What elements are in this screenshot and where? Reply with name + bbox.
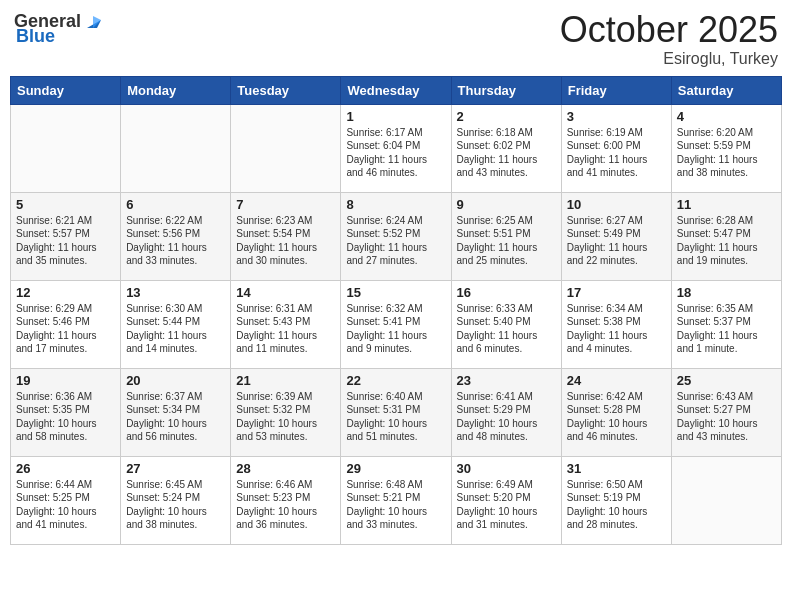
day-number: 8	[346, 197, 445, 212]
day-number: 31	[567, 461, 666, 476]
day-info: Sunrise: 6:43 AM Sunset: 5:27 PM Dayligh…	[677, 390, 776, 444]
day-number: 7	[236, 197, 335, 212]
calendar-day-cell: 8Sunrise: 6:24 AM Sunset: 5:52 PM Daylig…	[341, 192, 451, 280]
day-info: Sunrise: 6:35 AM Sunset: 5:37 PM Dayligh…	[677, 302, 776, 356]
calendar-day-cell: 2Sunrise: 6:18 AM Sunset: 6:02 PM Daylig…	[451, 104, 561, 192]
location-title: Esiroglu, Turkey	[560, 50, 778, 68]
day-number: 16	[457, 285, 556, 300]
calendar-day-cell: 30Sunrise: 6:49 AM Sunset: 5:20 PM Dayli…	[451, 456, 561, 544]
calendar-day-cell: 29Sunrise: 6:48 AM Sunset: 5:21 PM Dayli…	[341, 456, 451, 544]
day-number: 24	[567, 373, 666, 388]
calendar-day-cell	[11, 104, 121, 192]
day-number: 23	[457, 373, 556, 388]
day-info: Sunrise: 6:18 AM Sunset: 6:02 PM Dayligh…	[457, 126, 556, 180]
day-info: Sunrise: 6:44 AM Sunset: 5:25 PM Dayligh…	[16, 478, 115, 532]
calendar-day-cell: 28Sunrise: 6:46 AM Sunset: 5:23 PM Dayli…	[231, 456, 341, 544]
day-number: 15	[346, 285, 445, 300]
title-block: October 2025 Esiroglu, Turkey	[560, 10, 778, 68]
calendar-day-cell: 19Sunrise: 6:36 AM Sunset: 5:35 PM Dayli…	[11, 368, 121, 456]
day-info: Sunrise: 6:22 AM Sunset: 5:56 PM Dayligh…	[126, 214, 225, 268]
calendar-day-cell: 4Sunrise: 6:20 AM Sunset: 5:59 PM Daylig…	[671, 104, 781, 192]
day-number: 5	[16, 197, 115, 212]
calendar-day-cell: 3Sunrise: 6:19 AM Sunset: 6:00 PM Daylig…	[561, 104, 671, 192]
weekday-header-sunday: Sunday	[11, 76, 121, 104]
page-header: General Blue October 2025 Esiroglu, Turk…	[10, 10, 782, 68]
calendar-day-cell: 21Sunrise: 6:39 AM Sunset: 5:32 PM Dayli…	[231, 368, 341, 456]
calendar-table: SundayMondayTuesdayWednesdayThursdayFrid…	[10, 76, 782, 545]
calendar-day-cell	[121, 104, 231, 192]
day-number: 11	[677, 197, 776, 212]
calendar-day-cell: 6Sunrise: 6:22 AM Sunset: 5:56 PM Daylig…	[121, 192, 231, 280]
weekday-header-thursday: Thursday	[451, 76, 561, 104]
day-info: Sunrise: 6:32 AM Sunset: 5:41 PM Dayligh…	[346, 302, 445, 356]
day-number: 1	[346, 109, 445, 124]
logo-icon	[83, 10, 105, 32]
calendar-day-cell: 18Sunrise: 6:35 AM Sunset: 5:37 PM Dayli…	[671, 280, 781, 368]
calendar-day-cell: 16Sunrise: 6:33 AM Sunset: 5:40 PM Dayli…	[451, 280, 561, 368]
calendar-day-cell: 24Sunrise: 6:42 AM Sunset: 5:28 PM Dayli…	[561, 368, 671, 456]
weekday-header-wednesday: Wednesday	[341, 76, 451, 104]
calendar-day-cell: 15Sunrise: 6:32 AM Sunset: 5:41 PM Dayli…	[341, 280, 451, 368]
calendar-day-cell: 25Sunrise: 6:43 AM Sunset: 5:27 PM Dayli…	[671, 368, 781, 456]
day-info: Sunrise: 6:28 AM Sunset: 5:47 PM Dayligh…	[677, 214, 776, 268]
calendar-day-cell: 20Sunrise: 6:37 AM Sunset: 5:34 PM Dayli…	[121, 368, 231, 456]
month-title: October 2025	[560, 10, 778, 50]
day-number: 19	[16, 373, 115, 388]
day-info: Sunrise: 6:21 AM Sunset: 5:57 PM Dayligh…	[16, 214, 115, 268]
day-number: 6	[126, 197, 225, 212]
calendar-week-row: 19Sunrise: 6:36 AM Sunset: 5:35 PM Dayli…	[11, 368, 782, 456]
calendar-day-cell	[231, 104, 341, 192]
day-info: Sunrise: 6:45 AM Sunset: 5:24 PM Dayligh…	[126, 478, 225, 532]
day-number: 30	[457, 461, 556, 476]
day-number: 2	[457, 109, 556, 124]
day-info: Sunrise: 6:29 AM Sunset: 5:46 PM Dayligh…	[16, 302, 115, 356]
day-number: 21	[236, 373, 335, 388]
day-info: Sunrise: 6:19 AM Sunset: 6:00 PM Dayligh…	[567, 126, 666, 180]
day-info: Sunrise: 6:49 AM Sunset: 5:20 PM Dayligh…	[457, 478, 556, 532]
logo: General Blue	[14, 10, 105, 47]
calendar-day-cell: 23Sunrise: 6:41 AM Sunset: 5:29 PM Dayli…	[451, 368, 561, 456]
calendar-day-cell: 9Sunrise: 6:25 AM Sunset: 5:51 PM Daylig…	[451, 192, 561, 280]
calendar-day-cell: 17Sunrise: 6:34 AM Sunset: 5:38 PM Dayli…	[561, 280, 671, 368]
calendar-day-cell: 13Sunrise: 6:30 AM Sunset: 5:44 PM Dayli…	[121, 280, 231, 368]
day-info: Sunrise: 6:48 AM Sunset: 5:21 PM Dayligh…	[346, 478, 445, 532]
calendar-week-row: 5Sunrise: 6:21 AM Sunset: 5:57 PM Daylig…	[11, 192, 782, 280]
calendar-day-cell: 10Sunrise: 6:27 AM Sunset: 5:49 PM Dayli…	[561, 192, 671, 280]
day-info: Sunrise: 6:36 AM Sunset: 5:35 PM Dayligh…	[16, 390, 115, 444]
day-number: 20	[126, 373, 225, 388]
day-info: Sunrise: 6:27 AM Sunset: 5:49 PM Dayligh…	[567, 214, 666, 268]
calendar-day-cell: 5Sunrise: 6:21 AM Sunset: 5:57 PM Daylig…	[11, 192, 121, 280]
calendar-day-cell: 1Sunrise: 6:17 AM Sunset: 6:04 PM Daylig…	[341, 104, 451, 192]
calendar-day-cell: 7Sunrise: 6:23 AM Sunset: 5:54 PM Daylig…	[231, 192, 341, 280]
day-number: 28	[236, 461, 335, 476]
weekday-header-monday: Monday	[121, 76, 231, 104]
calendar-week-row: 26Sunrise: 6:44 AM Sunset: 5:25 PM Dayli…	[11, 456, 782, 544]
calendar-day-cell: 26Sunrise: 6:44 AM Sunset: 5:25 PM Dayli…	[11, 456, 121, 544]
day-info: Sunrise: 6:31 AM Sunset: 5:43 PM Dayligh…	[236, 302, 335, 356]
day-number: 29	[346, 461, 445, 476]
day-info: Sunrise: 6:39 AM Sunset: 5:32 PM Dayligh…	[236, 390, 335, 444]
logo-blue: Blue	[16, 26, 55, 47]
weekday-header-friday: Friday	[561, 76, 671, 104]
day-number: 12	[16, 285, 115, 300]
calendar-day-cell	[671, 456, 781, 544]
day-info: Sunrise: 6:24 AM Sunset: 5:52 PM Dayligh…	[346, 214, 445, 268]
calendar-week-row: 12Sunrise: 6:29 AM Sunset: 5:46 PM Dayli…	[11, 280, 782, 368]
calendar-day-cell: 12Sunrise: 6:29 AM Sunset: 5:46 PM Dayli…	[11, 280, 121, 368]
day-number: 9	[457, 197, 556, 212]
day-info: Sunrise: 6:25 AM Sunset: 5:51 PM Dayligh…	[457, 214, 556, 268]
day-number: 18	[677, 285, 776, 300]
calendar-day-cell: 11Sunrise: 6:28 AM Sunset: 5:47 PM Dayli…	[671, 192, 781, 280]
day-info: Sunrise: 6:50 AM Sunset: 5:19 PM Dayligh…	[567, 478, 666, 532]
day-info: Sunrise: 6:41 AM Sunset: 5:29 PM Dayligh…	[457, 390, 556, 444]
day-number: 22	[346, 373, 445, 388]
day-number: 26	[16, 461, 115, 476]
day-number: 17	[567, 285, 666, 300]
calendar-day-cell: 22Sunrise: 6:40 AM Sunset: 5:31 PM Dayli…	[341, 368, 451, 456]
day-info: Sunrise: 6:30 AM Sunset: 5:44 PM Dayligh…	[126, 302, 225, 356]
day-number: 14	[236, 285, 335, 300]
day-info: Sunrise: 6:40 AM Sunset: 5:31 PM Dayligh…	[346, 390, 445, 444]
day-info: Sunrise: 6:37 AM Sunset: 5:34 PM Dayligh…	[126, 390, 225, 444]
calendar-day-cell: 27Sunrise: 6:45 AM Sunset: 5:24 PM Dayli…	[121, 456, 231, 544]
day-info: Sunrise: 6:42 AM Sunset: 5:28 PM Dayligh…	[567, 390, 666, 444]
